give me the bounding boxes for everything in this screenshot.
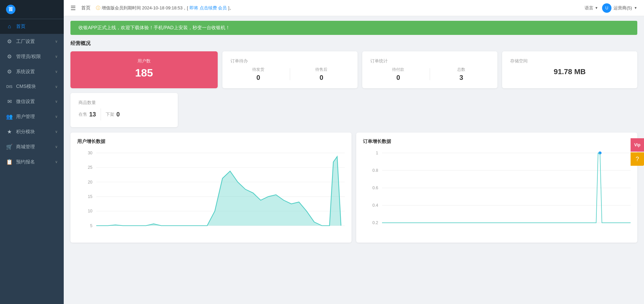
storage-card: 存储空间 91.78 MB [502,51,637,88]
order-pending-card: 订单待办 待发货 0 待售后 0 [222,51,358,88]
cms-icon: DIS [6,85,13,89]
promo-banner: 收银APP正式上线，欢迎下载体验！手机/PAD上安装，秒变一台收银机！ [70,21,637,35]
chevron-down-icon: ▼ [634,6,637,10]
divider [101,108,101,120]
pending-pay-value: 0 [396,74,400,82]
help-button[interactable]: ? [631,152,644,166]
svg-text:0.6: 0.6 [372,186,378,190]
svg-text:10: 10 [88,209,93,214]
header: ☰ 首页 ⓘ 增值版会员到期时间 2024-10-18 09:18:53，[ 即… [64,0,644,16]
storage-title: 存储空间 [510,58,629,64]
floating-buttons: Vip ? [631,138,644,166]
pending-after-value: 0 [320,74,323,82]
sidebar-shop-label: 商城管理 [16,144,52,150]
sidebar-system-label: 系统设置 [16,69,52,75]
user-growth-area: 30 25 20 15 10 5 [77,149,345,237]
order-stats-title: 订单统计 [370,58,489,64]
pending-ship-label: 待发货 [252,67,264,72]
order-growth-title: 订单增长数据 [363,139,631,145]
header-right: 语言 ▼ U 运营商(5) ▼ [585,3,637,13]
off-shelf-value: 0 [116,111,120,118]
svg-text:30: 30 [88,151,93,155]
on-sale-value: 13 [89,111,96,118]
charts-row: 用户增长数据 30 25 20 15 [64,133,644,249]
home-icon: ⌂ [6,23,13,30]
avatar: U [602,3,611,13]
user-card-title: 用户数 [78,58,210,64]
pending-ship-value: 0 [257,74,260,82]
banner-text: 收银APP正式上线，欢迎下载体验！手机/PAD上安装，秒变一台收银机！ [78,25,230,30]
chevron-down-icon: ∨ [55,69,58,74]
sidebar-admin-label: 管理员/权限 [16,54,52,60]
sidebar-item-points[interactable]: ★ 积分模块 ∨ [0,124,64,139]
order-stats-card: 订单统计 待付款 0 总数 3 [362,51,497,88]
order-pending-title: 订单待办 [230,58,350,64]
pending-pay-stat: 待付款 0 [370,67,426,82]
notice-text: 增值版会员到期时间 2024-10-18 09:18:53，[ [102,5,188,11]
chevron-down-icon: ▼ [595,6,598,10]
divider [430,68,430,80]
user-growth-chart: 用户增长数据 30 25 20 15 [70,133,352,243]
chevron-down-icon: ∨ [55,130,58,134]
svg-text:25: 25 [88,165,93,170]
user-count-card: 用户数 185 [70,51,218,88]
renew-link[interactable]: 即将 点击续费 会员 [190,5,227,11]
svg-text:1: 1 [376,151,378,155]
sidebar-item-wechat[interactable]: ✉ 微信设置 ∨ [0,94,64,109]
factory-icon: ⚙ [6,38,13,45]
points-icon: ★ [6,129,13,135]
products-title: 商品数量 [78,100,170,106]
sidebar-item-factory[interactable]: ⚙ 工厂设置 ∨ [0,34,64,49]
system-icon: ⚙ [6,68,13,75]
pending-after-stat: 待售后 0 [293,67,350,82]
main-content: ☰ 首页 ⓘ 增值版会员到期时间 2024-10-18 09:18:53，[ 即… [64,0,644,304]
sidebar-item-system[interactable]: ⚙ 系统设置 ∨ [0,64,64,79]
order-growth-svg: 1 0.8 0.6 0.4 0.2 [363,149,631,237]
svg-text:0.8: 0.8 [372,168,378,173]
username: 运营商(5) [613,5,632,11]
total-orders-value: 3 [460,74,463,82]
sidebar-item-home[interactable]: ⌂ 首页 [0,19,64,34]
chevron-down-icon: ∨ [55,160,58,164]
menu-toggle-icon[interactable]: ☰ [70,4,76,12]
sidebar-item-shop[interactable]: 🛒 商城管理 ∨ [0,139,64,154]
total-orders-label: 总数 [457,67,465,72]
user-menu[interactable]: U 运营商(5) ▼ [602,3,637,13]
vip-icon: Vip [634,143,640,147]
order-stats-inner: 待付款 0 总数 3 [370,67,489,82]
sidebar-item-booking[interactable]: 📋 预约报名 ∨ [0,154,64,169]
sidebar-factory-label: 工厂设置 [16,39,52,45]
pending-ship-stat: 待发货 0 [230,67,286,82]
order-growth-area: 1 0.8 0.6 0.4 0.2 [363,149,631,237]
language-selector[interactable]: 语言 ▼ [585,5,598,11]
divider [290,68,290,80]
user-growth-title: 用户增长数据 [77,139,345,145]
off-shelf-label: 下架 [106,111,114,117]
pending-pay-label: 待付款 [392,67,404,72]
products-row: 商品数量 在售 13 下架 0 [70,93,637,127]
svg-text:15: 15 [88,194,93,199]
notice-icon: ⓘ [96,5,100,11]
sidebar-logo: 首 [0,0,64,19]
products-card: 商品数量 在售 13 下架 0 [70,93,178,127]
chevron-down-icon: ∨ [55,85,58,89]
sidebar: 首 ⌂ 首页 ⚙ 工厂设置 ∨ ⚙ 管理员/权限 ∨ ⚙ 系统设置 ∨ DIS … [0,0,64,304]
wechat-icon: ✉ [6,98,13,105]
vip-button[interactable]: Vip [631,138,644,152]
sidebar-item-users[interactable]: 👥 用户管理 ∨ [0,109,64,124]
chevron-down-icon: ∨ [55,99,58,104]
order-pending-inner: 待发货 0 待售后 0 [230,67,350,82]
sidebar-item-cms[interactable]: DIS CMS模块 ∨ [0,79,64,94]
sidebar-cms-label: CMS模块 [16,84,52,90]
total-orders-stat: 总数 3 [433,67,489,82]
breadcrumb: 首页 [81,5,91,11]
svg-text:0.2: 0.2 [372,220,378,225]
on-sale-label: 在售 [78,111,87,117]
sidebar-points-label: 积分模块 [16,129,52,135]
booking-icon: 📋 [6,159,13,165]
chevron-down-icon: ∨ [55,54,58,59]
sidebar-item-admin[interactable]: ⚙ 管理员/权限 ∨ [0,49,64,64]
language-label: 语言 [585,5,593,11]
user-growth-svg: 30 25 20 15 10 5 [77,149,345,237]
storage-value: 91.78 MB [510,67,629,76]
